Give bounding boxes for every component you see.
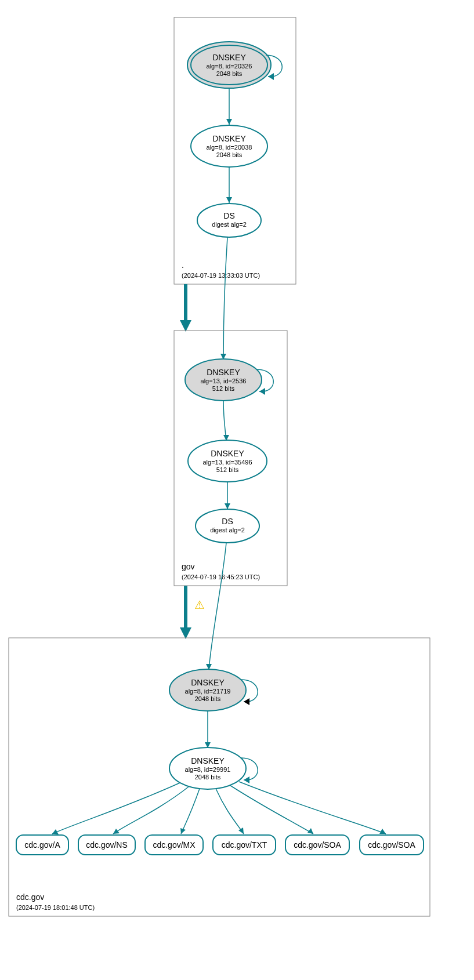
svg-text:DNSKEY: DNSKEY: [191, 678, 225, 687]
edge-govksk-govzsk: [223, 401, 226, 441]
edges-cdczsk-rrsets: [52, 782, 386, 834]
edge-rootds-govksk: [223, 237, 227, 360]
svg-marker-32: [113, 829, 120, 834]
svg-text:DNSKEY: DNSKEY: [207, 368, 240, 377]
arrow-rootzsk-rootds: [226, 197, 232, 203]
arrow-rootksk-rootzsk: [226, 119, 232, 125]
svg-text:2048 bits: 2048 bits: [195, 774, 221, 781]
rrset-a: cdc.gov/A: [16, 835, 68, 855]
rrset-txt: cdc.gov/TXT: [213, 835, 276, 855]
arrow-delegation-gov-cdc: [180, 627, 191, 639]
svg-text:DNSKEY: DNSKEY: [212, 134, 246, 143]
svg-point-20: [196, 509, 259, 543]
zone-name-gov: gov: [182, 562, 195, 571]
node-root-zsk: DNSKEY alg=8, id=20038 2048 bits: [191, 125, 267, 167]
node-gov-ksk: DNSKEY alg=13, id=2536 512 bits: [185, 359, 262, 401]
zone-timestamp-gov: (2024-07-19 16:45:23 UTC): [182, 574, 260, 580]
zone-name-cdc: cdc.gov: [16, 892, 44, 902]
svg-text:alg=13, id=35496: alg=13, id=35496: [202, 459, 252, 466]
svg-text:alg=8, id=20038: alg=8, id=20038: [207, 144, 252, 151]
svg-text:cdc.gov/TXT: cdc.gov/TXT: [222, 840, 267, 850]
svg-text:alg=8, id=21719: alg=8, id=21719: [185, 688, 231, 695]
svg-text:cdc.gov/A: cdc.gov/A: [24, 840, 60, 850]
svg-text:2048 bits: 2048 bits: [216, 151, 243, 158]
svg-text:2048 bits: 2048 bits: [216, 70, 243, 77]
node-gov-zsk: DNSKEY alg=13, id=35496 512 bits: [188, 440, 267, 482]
node-cdc-zsk: DNSKEY alg=8, id=29991 2048 bits: [169, 747, 246, 789]
svg-text:DNSKEY: DNSKEY: [191, 756, 225, 765]
warning-icon: ⚠: [194, 598, 205, 611]
svg-text:digest alg=2: digest alg=2: [212, 221, 247, 228]
node-root-ds: DS digest alg=2: [197, 204, 261, 237]
zone-timestamp-root: (2024-07-19 13:33:03 UTC): [182, 272, 260, 279]
svg-text:DS: DS: [222, 517, 233, 526]
svg-text:512 bits: 512 bits: [212, 385, 235, 392]
arrow-govzsk-govds: [225, 503, 230, 509]
node-root-ksk: DNSKEY alg=8, id=20326 2048 bits: [187, 42, 271, 88]
svg-point-9: [197, 204, 261, 237]
svg-marker-34: [238, 827, 244, 834]
arrow-cdc-zsk-selfloop: [244, 776, 249, 783]
svg-marker-33: [180, 828, 186, 834]
svg-text:alg=8, id=20326: alg=8, id=20326: [207, 63, 252, 70]
rrset-soa-1: cdc.gov/SOA: [285, 835, 349, 855]
svg-marker-36: [379, 829, 386, 834]
zone-name-root: .: [182, 260, 184, 270]
zone-timestamp-cdc: (2024-07-19 18:01:48 UTC): [16, 904, 95, 911]
svg-text:cdc.gov/SOA: cdc.gov/SOA: [294, 840, 341, 850]
svg-text:digest alg=2: digest alg=2: [210, 527, 245, 533]
svg-text:alg=8, id=29991: alg=8, id=29991: [185, 766, 231, 773]
svg-text:cdc.gov/MX: cdc.gov/MX: [153, 840, 196, 850]
edge-govds-cdcksk: [209, 543, 226, 670]
svg-text:2048 bits: 2048 bits: [195, 695, 221, 702]
arrow-cdc-ksk-selfloop: [244, 698, 249, 705]
svg-text:DNSKEY: DNSKEY: [212, 53, 246, 62]
rrset-mx: cdc.gov/MX: [145, 835, 203, 855]
svg-text:512 bits: 512 bits: [216, 466, 239, 473]
rrset-ns: cdc.gov/NS: [78, 835, 135, 855]
node-gov-ds: DS digest alg=2: [196, 509, 259, 543]
arrow-delegation-root-gov: [180, 320, 191, 332]
svg-text:alg=13, id=2536: alg=13, id=2536: [201, 378, 247, 384]
svg-text:cdc.gov/NS: cdc.gov/NS: [86, 840, 128, 850]
rrset-soa-2: cdc.gov/SOA: [360, 835, 424, 855]
svg-text:DS: DS: [223, 211, 234, 220]
arrow-root-ksk-selfloop: [268, 73, 274, 80]
arrow-gov-ksk-selfloop: [259, 388, 265, 395]
node-cdc-ksk: DNSKEY alg=8, id=21719 2048 bits: [169, 669, 246, 711]
svg-text:DNSKEY: DNSKEY: [211, 449, 244, 458]
svg-text:cdc.gov/SOA: cdc.gov/SOA: [368, 840, 415, 850]
